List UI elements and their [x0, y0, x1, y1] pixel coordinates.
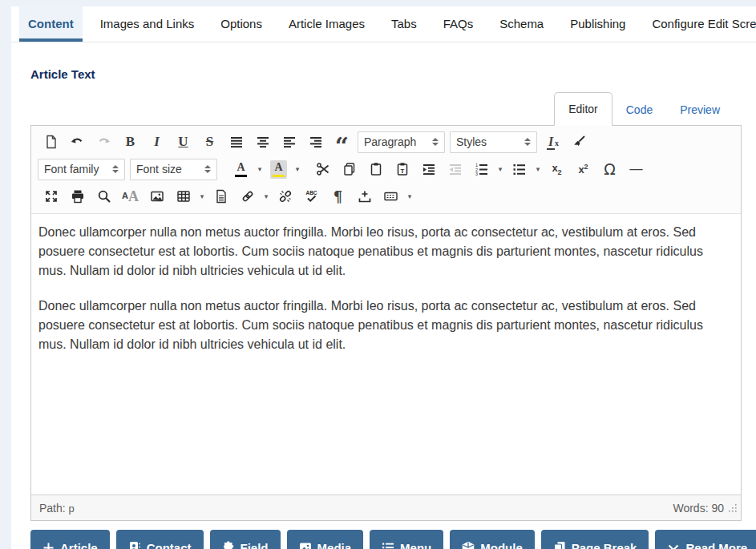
subscript-button[interactable]: x2: [544, 158, 570, 180]
tab-schema[interactable]: Schema: [491, 6, 552, 42]
align-justify-button[interactable]: [223, 131, 249, 153]
insert-template-icon: [358, 189, 372, 204]
indent-button[interactable]: [415, 158, 442, 180]
insert-link-button[interactable]: [234, 185, 261, 208]
font-size-value: Font size: [136, 163, 182, 176]
tab-images-and-links[interactable]: Images and Links: [91, 6, 204, 42]
keyboard-caret-icon[interactable]: ▾: [404, 192, 415, 200]
paste-button[interactable]: [362, 158, 389, 180]
svg-text:3: 3: [475, 172, 478, 176]
clean-broom-icon: [572, 135, 587, 149]
tab-faqs[interactable]: FAQs: [435, 6, 483, 42]
bullet-list-button[interactable]: [506, 158, 532, 180]
styles-select[interactable]: Styles: [450, 131, 537, 153]
strikethrough-button[interactable]: S: [196, 131, 223, 153]
list-icon: [382, 541, 394, 549]
numbered-list-caret-icon[interactable]: ▾: [495, 165, 506, 173]
table-button[interactable]: [170, 185, 196, 208]
path-value[interactable]: p: [69, 503, 75, 515]
table-caret-icon[interactable]: ▾: [196, 192, 208, 200]
tab-content[interactable]: Content: [19, 6, 83, 42]
italic-icon: I: [154, 134, 160, 150]
text-color-caret-icon[interactable]: ▾: [254, 165, 265, 173]
align-justify-icon: [229, 135, 244, 149]
insert-field-button[interactable]: Field: [210, 530, 281, 549]
tab-tabs[interactable]: Tabs: [382, 6, 426, 42]
editor-mode-tabs: Editor Code Preview: [30, 92, 742, 125]
bold-icon: B: [126, 134, 135, 150]
italic-button[interactable]: I: [144, 131, 170, 153]
plus-icon: [42, 542, 55, 549]
link-caret-icon[interactable]: ▾: [261, 192, 272, 200]
cut-icon: [316, 162, 330, 176]
align-center-button[interactable]: [249, 131, 276, 153]
insert-read-more-button[interactable]: Read More: [655, 530, 756, 549]
tab-code[interactable]: Code: [612, 94, 666, 126]
font-family-select[interactable]: Font family: [38, 159, 125, 180]
tab-preview[interactable]: Preview: [666, 94, 734, 126]
undo-button[interactable]: [64, 131, 91, 153]
insert-article-button[interactable]: Article: [30, 530, 110, 549]
insert-media-button[interactable]: Media: [287, 530, 364, 549]
resize-grip-icon[interactable]: [728, 503, 738, 513]
clear-formatting-button[interactable]: Ix: [540, 131, 566, 153]
tab-article-images[interactable]: Article Images: [280, 6, 374, 42]
search-button[interactable]: [91, 185, 117, 208]
tab-editor[interactable]: Editor: [554, 92, 612, 126]
print-button[interactable]: [64, 185, 91, 208]
search-icon: [97, 189, 111, 204]
editor-content-area[interactable]: Donec ullamcorper nulla non metus auctor…: [31, 214, 741, 495]
redo-button[interactable]: [91, 131, 117, 153]
align-left-button[interactable]: [276, 131, 302, 153]
cleanup-button[interactable]: [566, 131, 592, 153]
tab-configure-edit-screen[interactable]: Configure Edit Screen: [643, 6, 756, 42]
copy-button[interactable]: [336, 158, 362, 180]
new-document-button[interactable]: [38, 131, 64, 153]
horizontal-rule-button[interactable]: —: [623, 158, 649, 180]
text-color-button[interactable]: A: [228, 158, 254, 180]
blockquote-icon: “: [335, 135, 349, 149]
tab-options[interactable]: Options: [212, 6, 271, 42]
paste-icon: [369, 162, 383, 176]
keyboard-button[interactable]: [378, 185, 404, 208]
align-center-icon: [256, 135, 270, 149]
blockquote-button[interactable]: “: [329, 131, 355, 153]
main-tab-bar: Content Images and Links Options Article…: [11, 6, 756, 42]
select-arrows-icon: [204, 165, 211, 173]
special-character-button[interactable]: Ω: [596, 158, 623, 180]
special-character-icon: Ω: [604, 160, 616, 178]
font-family-value: Font family: [44, 163, 99, 176]
content-paragraph: Donec ullamcorper nulla non metus auctor…: [38, 223, 734, 281]
bold-button[interactable]: B: [117, 131, 144, 153]
superscript-button[interactable]: x2: [570, 158, 596, 180]
spellcheck-button[interactable]: ABC: [298, 185, 325, 208]
underline-button[interactable]: U: [170, 131, 196, 153]
document-icon: [214, 189, 228, 204]
paragraph-format-select[interactable]: Paragraph: [358, 131, 445, 153]
numbered-list-button[interactable]: 123: [468, 158, 495, 180]
table-icon: [176, 189, 191, 204]
insert-page-break-button[interactable]: Page Break: [541, 530, 649, 549]
align-right-button[interactable]: [302, 131, 329, 153]
case-change-button[interactable]: AA: [117, 185, 144, 208]
paragraph-marks-button[interactable]: ¶: [325, 185, 351, 208]
copy-icon: [342, 162, 357, 176]
insert-menu-button[interactable]: Menu: [370, 530, 443, 549]
paste-as-text-button[interactable]: T: [389, 158, 415, 180]
insert-contact-button[interactable]: Contact: [116, 530, 204, 549]
background-color-button[interactable]: A: [265, 158, 292, 180]
tab-publishing[interactable]: Publishing: [561, 6, 634, 42]
document-button[interactable]: [208, 185, 234, 208]
fullscreen-button[interactable]: [38, 185, 64, 208]
case-change-icon: AA: [122, 188, 139, 205]
outdent-button[interactable]: [442, 158, 468, 180]
cut-button[interactable]: [309, 158, 336, 180]
insert-template-button[interactable]: [351, 185, 378, 208]
bullet-list-caret-icon[interactable]: ▾: [532, 165, 544, 173]
font-size-select[interactable]: Font size: [130, 159, 217, 180]
insert-image-button[interactable]: [144, 185, 170, 208]
print-icon: [71, 189, 85, 204]
unlink-button[interactable]: [272, 185, 298, 208]
insert-module-button[interactable]: Module: [450, 530, 535, 549]
background-color-caret-icon[interactable]: ▾: [292, 165, 303, 173]
